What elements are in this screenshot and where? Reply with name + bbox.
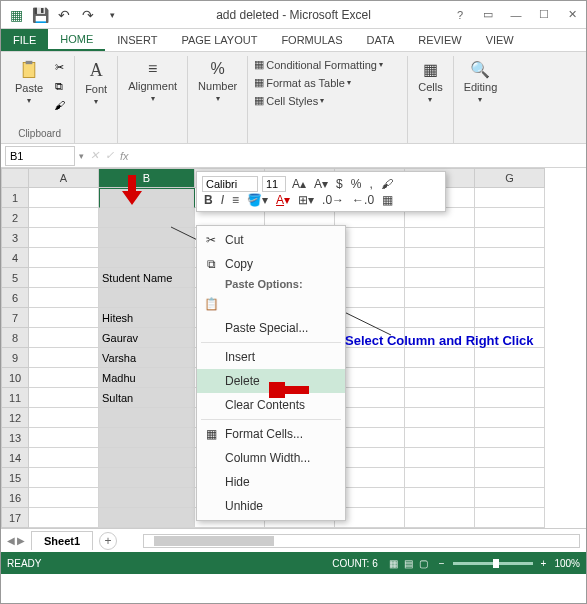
row-head[interactable]: 13 [1, 428, 29, 448]
cell[interactable] [99, 468, 195, 488]
alignment-button[interactable]: ≡ Alignment ▾ [124, 58, 181, 105]
borders-icon[interactable]: ⊞▾ [296, 193, 316, 207]
font-button[interactable]: A Font ▾ [81, 58, 111, 108]
cell[interactable] [29, 368, 99, 388]
cell[interactable]: Gaurav [99, 328, 195, 348]
save-icon[interactable]: 💾 [29, 4, 51, 26]
cell[interactable] [99, 208, 195, 228]
menu-paste-special[interactable]: Paste Special... [197, 316, 345, 340]
menu-unhide[interactable]: Unhide [197, 494, 345, 518]
menu-format-cells[interactable]: ▦Format Cells... [197, 422, 345, 446]
conditional-formatting-button[interactable]: ▦Conditional Formatting▾ [254, 58, 383, 71]
row-head[interactable]: 4 [1, 248, 29, 268]
view-buttons[interactable]: ▦▤▢ [386, 558, 431, 569]
col-head-a[interactable]: A [29, 168, 99, 188]
cell[interactable] [99, 228, 195, 248]
enter-icon[interactable]: ✓ [105, 149, 114, 162]
row-head[interactable]: 6 [1, 288, 29, 308]
percent-format-icon[interactable]: % [349, 177, 364, 191]
align-icon[interactable]: ≡ [230, 193, 241, 207]
format-painter-mini-icon[interactable]: 🖌 [379, 177, 395, 191]
row-head[interactable]: 9 [1, 348, 29, 368]
cell[interactable]: Hitesh [99, 308, 195, 328]
cell-styles-button[interactable]: ▦Cell Styles▾ [254, 94, 324, 107]
cell[interactable] [29, 448, 99, 468]
sheet-nav-next-icon[interactable]: ▶ [17, 535, 25, 546]
tab-formulas[interactable]: FORMULAS [269, 29, 354, 51]
cell[interactable] [405, 348, 475, 368]
add-sheet-icon[interactable]: + [99, 532, 117, 550]
cell[interactable] [29, 188, 99, 208]
cell[interactable]: Madhu [99, 368, 195, 388]
increase-decimal-icon[interactable]: ←.0 [350, 193, 376, 207]
tab-data[interactable]: DATA [355, 29, 407, 51]
cell[interactable] [405, 268, 475, 288]
cell[interactable] [475, 388, 545, 408]
cell[interactable] [405, 508, 475, 528]
cell[interactable]: Student Name [99, 268, 195, 288]
cell[interactable] [29, 208, 99, 228]
zoom-in-icon[interactable]: + [541, 558, 547, 569]
menu-column-width[interactable]: Column Width... [197, 446, 345, 470]
cell[interactable] [29, 408, 99, 428]
tab-review[interactable]: REVIEW [406, 29, 473, 51]
cell[interactable] [405, 448, 475, 468]
cell[interactable] [29, 288, 99, 308]
minimize-icon[interactable]: — [502, 4, 530, 26]
cell[interactable] [475, 288, 545, 308]
cell[interactable] [475, 308, 545, 328]
cell[interactable] [99, 488, 195, 508]
number-button[interactable]: % Number ▾ [194, 58, 241, 105]
menu-insert[interactable]: Insert [197, 345, 345, 369]
italic-icon[interactable]: I [219, 193, 226, 207]
mini-font-select[interactable]: Calibri [202, 176, 258, 192]
fx-icon[interactable]: fx [120, 150, 129, 162]
mini-size-select[interactable]: 11 [262, 176, 286, 192]
row-head[interactable]: 1 [1, 188, 29, 208]
cell[interactable] [29, 488, 99, 508]
cell[interactable] [405, 428, 475, 448]
increase-font-icon[interactable]: A▴ [290, 177, 308, 191]
col-head-b[interactable]: B [99, 168, 195, 188]
select-all[interactable] [1, 168, 29, 188]
cell[interactable] [29, 388, 99, 408]
cell[interactable] [475, 248, 545, 268]
cell[interactable] [475, 188, 545, 208]
cell[interactable] [475, 468, 545, 488]
decrease-decimal-icon[interactable]: .0→ [320, 193, 346, 207]
cell[interactable] [99, 448, 195, 468]
editing-button[interactable]: 🔍 Editing ▾ [460, 58, 502, 106]
zoom-level[interactable]: 100% [554, 558, 580, 569]
row-head[interactable]: 5 [1, 268, 29, 288]
cell[interactable] [405, 228, 475, 248]
merge-icon[interactable]: ▦ [380, 193, 395, 207]
cell[interactable] [475, 228, 545, 248]
row-head[interactable]: 7 [1, 308, 29, 328]
cell[interactable] [475, 368, 545, 388]
paste-button[interactable]: Paste ▾ [11, 58, 47, 107]
row-head[interactable]: 8 [1, 328, 29, 348]
ribbon-options-icon[interactable]: ▭ [474, 4, 502, 26]
cell[interactable] [29, 508, 99, 528]
menu-copy[interactable]: ⧉Copy [197, 252, 345, 276]
row-head[interactable]: 3 [1, 228, 29, 248]
cell[interactable] [475, 448, 545, 468]
cell[interactable] [405, 368, 475, 388]
cell[interactable] [405, 468, 475, 488]
undo-icon[interactable]: ↶ [53, 4, 75, 26]
row-head[interactable]: 15 [1, 468, 29, 488]
cell[interactable] [29, 468, 99, 488]
tab-page-layout[interactable]: PAGE LAYOUT [169, 29, 269, 51]
row-head[interactable]: 17 [1, 508, 29, 528]
cell[interactable] [475, 408, 545, 428]
format-painter-icon[interactable]: 🖌 [50, 96, 68, 114]
bold-icon[interactable]: B [202, 193, 215, 207]
cell[interactable] [475, 208, 545, 228]
cell[interactable]: Sultan [99, 388, 195, 408]
accounting-format-icon[interactable]: $ [334, 177, 345, 191]
cell[interactable] [29, 428, 99, 448]
qat-customize-icon[interactable]: ▾ [101, 4, 123, 26]
cell[interactable] [475, 428, 545, 448]
format-as-table-button[interactable]: ▦Format as Table▾ [254, 76, 351, 89]
menu-cut[interactable]: ✂Cut [197, 228, 345, 252]
